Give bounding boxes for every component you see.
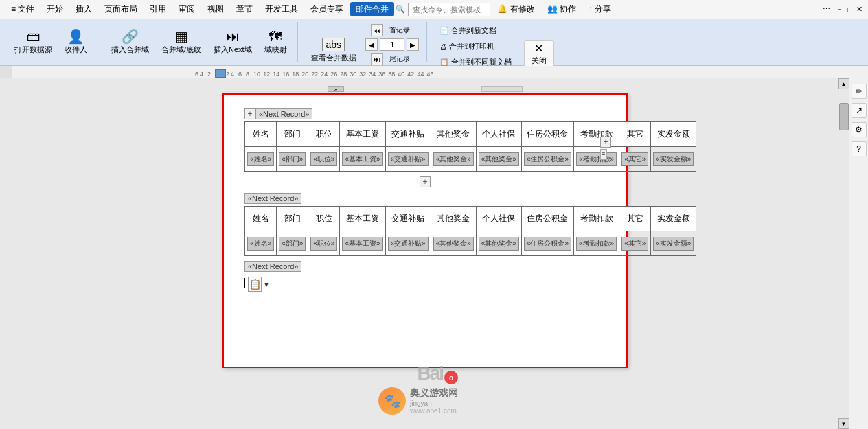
field-other-bonus-2: «其他奖金» bbox=[433, 237, 474, 251]
menu-modified[interactable]: 🔔 有修改 bbox=[492, 2, 540, 16]
menu-chapter[interactable]: 章节 bbox=[231, 2, 258, 16]
merge-shading-button[interactable]: ▦ 合并域/底纹 bbox=[157, 27, 206, 58]
field-mapping-button[interactable]: 🗺 域映射 bbox=[260, 27, 292, 58]
ruler-mark: 18 bbox=[292, 71, 299, 78]
recipient-button[interactable]: 👤 收件人 bbox=[60, 27, 92, 58]
menu-more[interactable]: ⋯ bbox=[823, 5, 830, 14]
ruler: 6 4 2 2 4 6 8 10 12 14 16 18 20 22 24 26… bbox=[0, 66, 868, 78]
menu-reference[interactable]: 引用 bbox=[144, 2, 172, 16]
next-button[interactable]: ▶ bbox=[407, 38, 419, 51]
close-button[interactable]: ✕ 关闭 bbox=[524, 40, 554, 69]
scroll-up-button[interactable]: ▲ bbox=[838, 78, 849, 89]
menu-view[interactable]: 视图 bbox=[202, 2, 229, 16]
menu-home[interactable]: 开始 bbox=[41, 2, 69, 16]
th-dept-1: 部门 bbox=[277, 122, 308, 147]
menu-insert[interactable]: 插入 bbox=[70, 2, 98, 16]
search-input[interactable] bbox=[408, 3, 490, 16]
ruler-mark: 34 bbox=[369, 71, 376, 78]
ribbon-buttons-datasource: 🗃 打开数据源 👤 收件人 bbox=[10, 23, 92, 61]
pen-tool-button[interactable]: ✏ bbox=[852, 84, 867, 99]
menu-file[interactable]: ≡ 文件 bbox=[5, 2, 40, 16]
window-maximize[interactable]: □ bbox=[847, 5, 852, 14]
merge-shading-label: 合并域/底纹 bbox=[161, 45, 201, 55]
merge-printer-label: 合并到打印机 bbox=[449, 41, 494, 51]
th-actual-1: 实发金额 bbox=[651, 122, 696, 147]
insert-merge-field-button[interactable]: 🔗 插入合并域 bbox=[106, 27, 154, 58]
insert-merge-label: 插入合并域 bbox=[111, 45, 149, 55]
ruler-mark: 8 bbox=[246, 71, 249, 78]
ruler-mark: 46 bbox=[426, 71, 433, 78]
ruler-mark: 6 bbox=[238, 71, 242, 78]
first-record-button[interactable]: ⏮ bbox=[371, 24, 383, 36]
window-close[interactable]: ✕ bbox=[856, 5, 863, 14]
ribbon-group-view-merge: abs 查看合并数据 ⏮ 首记录 ◀ ▶ ⏭ 尾记录 上一条 bbox=[301, 22, 427, 62]
main-area: » + «Next Record» 姓名 部门 职位 基本工资 bbox=[0, 78, 868, 429]
record-number-input[interactable] bbox=[380, 38, 404, 51]
menu-page-layout[interactable]: 页面布局 bbox=[99, 2, 143, 16]
menu-share[interactable]: ↑ 分享 bbox=[583, 2, 617, 16]
table1-resize[interactable]: ≡ bbox=[600, 149, 607, 160]
text-cursor bbox=[244, 278, 245, 288]
scroll-thumb[interactable] bbox=[839, 103, 849, 130]
watermark: Bai o 🐾 奥义游戏网 jingyan www.aoe1.com bbox=[378, 362, 458, 415]
nav-row-top: ⏮ 首记录 bbox=[371, 23, 414, 37]
scroll-indicator-bar bbox=[481, 86, 523, 92]
scroll-down-button[interactable]: ▼ bbox=[838, 418, 849, 429]
menu-vip[interactable]: 会员专享 bbox=[305, 2, 349, 16]
site-watermark: 🐾 奥义游戏网 jingyan www.aoe1.com bbox=[378, 387, 458, 415]
prev-button[interactable]: ◀ bbox=[365, 38, 378, 51]
ruler-mark: 20 bbox=[301, 71, 308, 78]
table2-wrapper: «Next Record» 姓名 部门 职位 基本工资 交通补贴 其他奖金 个人… bbox=[244, 193, 606, 256]
scroll-indicator-arrow[interactable]: » bbox=[328, 86, 344, 92]
ribbon-group-merge-output: 📄 合并到新文档 🖨 合并到打印机 📋 合并到不同新文档 ✉ 合并到电子邮件 bbox=[430, 22, 560, 62]
nav-row-middle: ◀ ▶ bbox=[365, 38, 419, 51]
view-merge-data-button[interactable]: abs 查看合并数据 bbox=[306, 35, 361, 66]
doc-area: » + «Next Record» 姓名 部门 职位 基本工资 bbox=[12, 78, 838, 429]
cursor-tool-button[interactable]: ↗ bbox=[852, 103, 867, 118]
paste-icon[interactable]: 📋 bbox=[248, 277, 262, 292]
prev-record-label: 首记录 bbox=[385, 23, 414, 37]
field-deduct-2: «考勤扣款» bbox=[576, 237, 617, 251]
ruler-mark: 24 bbox=[321, 71, 328, 78]
window-minimize[interactable]: － bbox=[836, 4, 843, 14]
td-base-1: «基本工资» bbox=[340, 147, 385, 172]
site-logo: 🐾 bbox=[378, 387, 406, 415]
th-other-1: 其它 bbox=[619, 122, 651, 147]
td-actual-1: «实发金额» bbox=[651, 147, 696, 172]
ruler-mark: 26 bbox=[330, 71, 337, 78]
menu-dev-tools[interactable]: 开发工具 bbox=[260, 2, 304, 16]
ruler-content: 6 4 2 2 4 6 8 10 12 14 16 18 20 22 24 26… bbox=[192, 69, 433, 78]
ruler-mark: 10 bbox=[253, 71, 260, 78]
ruler-mark: 38 bbox=[388, 71, 395, 78]
td-housing-1: «住房公积金» bbox=[521, 147, 573, 172]
baidu-dot: o bbox=[444, 371, 458, 384]
table2-data-row: «姓名» «部门» «职位» «基本工资» «交通补贴» «其他奖金» «其他奖… bbox=[245, 231, 696, 256]
ruler-indent-marker bbox=[215, 69, 226, 78]
site-name2: jingyan bbox=[410, 399, 458, 407]
paste-icon-area: 📋 ▼ bbox=[248, 277, 270, 292]
ruler-mark: 2 bbox=[207, 71, 211, 78]
last-record-button[interactable]: ⏭ bbox=[371, 53, 383, 65]
menu-mail-merge[interactable]: 邮件合并 bbox=[350, 2, 394, 16]
merge-to-new-doc-button[interactable]: 📄 合并到新文档 bbox=[435, 23, 516, 38]
th-base-salary-1: 基本工资 bbox=[340, 122, 385, 147]
settings-tool-button[interactable]: ⚙ bbox=[852, 122, 867, 137]
table1-add-col[interactable]: + bbox=[600, 137, 611, 148]
bottom-area: Bai o 🐾 奥义游戏网 jingyan www.aoe1.com bbox=[378, 368, 472, 409]
help-tool-button[interactable]: ? bbox=[852, 141, 867, 156]
close-icon: ✕ bbox=[534, 43, 543, 54]
merge-to-printer-button[interactable]: 🖨 合并到打印机 bbox=[435, 39, 516, 54]
ruler-corner bbox=[0, 66, 12, 78]
insert-next-button[interactable]: ⏭ 插入Next域 bbox=[209, 27, 257, 58]
menu-review[interactable]: 审阅 bbox=[173, 2, 201, 16]
menu-collaborate[interactable]: 👥 协作 bbox=[542, 2, 582, 16]
search-area: 🔍 bbox=[396, 3, 490, 16]
ribbon-group-datasource: 🗃 打开数据源 👤 收件人 bbox=[4, 22, 98, 62]
merge-new-doc-icon: 📄 bbox=[439, 26, 449, 35]
open-datasource-button[interactable]: 🗃 打开数据源 bbox=[10, 27, 57, 58]
th-housing-2: 住房公积金 bbox=[521, 207, 573, 231]
scroll-track[interactable] bbox=[838, 89, 849, 418]
field-transport-2: «交通补贴» bbox=[388, 237, 429, 251]
table1-add-row[interactable]: + bbox=[420, 176, 431, 187]
add-row-button-1[interactable]: + bbox=[244, 108, 255, 119]
